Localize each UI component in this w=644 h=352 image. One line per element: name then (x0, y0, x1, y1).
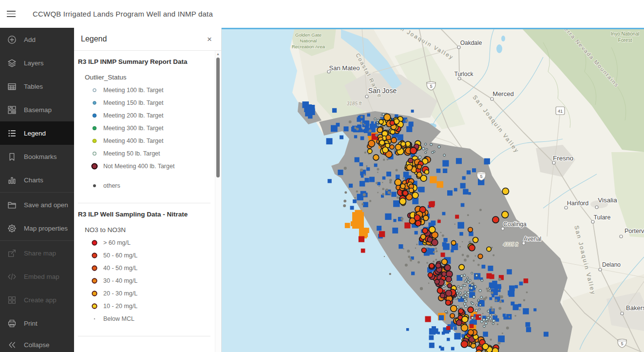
legend-swatch-circle (91, 150, 98, 157)
legend-swatch-circle (91, 182, 98, 190)
legend-item-label: 50 - 60 mg/L (103, 252, 137, 259)
sidebar-item-label: Map properties (24, 225, 68, 232)
legend-section-divider (78, 203, 210, 203)
legend-swatch-circle (91, 124, 98, 132)
city-label: Tulare (594, 214, 611, 221)
legend-item-label: Meeting 300 lb. Target (103, 125, 163, 132)
city-dot (491, 98, 493, 100)
legend-layer-title: R3 ILP INMP Summary Report Data (78, 58, 215, 65)
close-icon[interactable]: × (203, 33, 216, 46)
sidebar-item-bookmarks[interactable]: Bookmarks (0, 145, 74, 168)
legend-item-label: Not Meeting 400 lb. Target (103, 163, 174, 170)
legend-item: Meeting 400 lb. Target (91, 135, 215, 147)
legend-swatch-circle (91, 137, 98, 145)
svg-text:41: 41 (558, 109, 563, 114)
map-canvas[interactable]: 55541 Golden GateNationalRecreation Area… (222, 28, 644, 352)
legend-swatch-circle (91, 252, 98, 259)
legend-swatch-circle (91, 264, 98, 272)
legend-item-label: others (103, 182, 120, 189)
legend-item: Not Meeting 400 lb. Target (91, 160, 215, 173)
legend-item-label: Meeting 50 lb. Target (103, 150, 160, 157)
legend-item: Meeting 50 lb. Target (91, 147, 215, 160)
legend-swatch-circle (91, 290, 98, 297)
sidebar-item-label: Charts (24, 176, 43, 184)
legend-item-label: 30 - 40 mg/L (103, 277, 137, 284)
sidebar-item-label: Print (24, 320, 38, 327)
city-label: San Jose (368, 87, 397, 95)
sidebar-item-label: Tables (24, 83, 43, 90)
sidebar-item-add[interactable]: Add (0, 28, 74, 51)
sidebar-item-tables[interactable]: Tables (0, 75, 74, 98)
legend-panel: Legend × R3 ILP INMP Summary Report Data… (74, 28, 222, 352)
app-title: CCWQB Irrigated Lands Program Well and I… (33, 10, 213, 18)
sidebar-divider (0, 240, 74, 241)
sidebar-item-print[interactable]: Print (0, 312, 74, 335)
legend-section-divider (78, 336, 210, 336)
layers-icon (7, 59, 17, 68)
legend-swatch-circle (91, 86, 98, 94)
tables-icon (7, 82, 17, 91)
legend-item-label: 10 - 20 mg/L (103, 303, 137, 310)
city-dot (621, 312, 624, 315)
sidebar-item-basemap[interactable]: Basemap (0, 98, 74, 121)
sidebar-item-charts[interactable]: Charts (0, 168, 74, 192)
legend-item: 30 - 40 mg/L (91, 274, 215, 287)
legend-swatch-circle (91, 112, 98, 119)
legend-item: 10 - 20 mg/L (91, 300, 215, 313)
app-window: CCWQB Irrigated Lands Program Well and I… (0, 0, 644, 352)
city-label: Turlock (455, 71, 474, 78)
scrollbar-thumb[interactable] (216, 58, 220, 177)
add-icon (7, 35, 17, 44)
legend-item: Meeting 150 lb. Target (91, 97, 215, 109)
legend-item: > 60 mg/L (91, 236, 215, 249)
hamburger-menu-icon[interactable] (0, 0, 22, 28)
legend-swatch-circle (91, 162, 98, 170)
panel-scrollbar[interactable]: ▲ (215, 51, 221, 352)
sidebar-divider (0, 192, 74, 193)
embed-icon (7, 272, 17, 281)
sidebar-item-map-properties[interactable]: Map properties (0, 216, 74, 240)
legend-item: others (91, 179, 215, 192)
legend-swatch-circle (91, 99, 98, 107)
sidebar-item-label: Add (24, 36, 36, 43)
legend-item-label: Meeting 200 lb. Target (103, 112, 163, 119)
legend-panel-header: Legend × (74, 28, 221, 51)
legend-swatch-circle (91, 315, 98, 323)
app-header: CCWQB Irrigated Lands Program Well and I… (0, 0, 644, 28)
scrollbar-up-arrow[interactable]: ▲ (215, 52, 221, 56)
city-label: Merced (492, 90, 513, 98)
sidebar-item-label: Legend (24, 130, 46, 137)
sidebar-item-layers[interactable]: Layers (0, 51, 74, 75)
city-dot (595, 206, 598, 209)
city-label: Oakdale (460, 39, 482, 46)
print-icon (7, 319, 17, 328)
sidebar-item-save-and-open[interactable]: Save and open (0, 193, 74, 216)
sidebar-item-create-app: Create app (0, 288, 74, 312)
city-label: Visalia (598, 196, 617, 204)
sidebar: AddLayersTablesBasemapLegendBookmarksCha… (0, 28, 74, 352)
legend-item: Meeting 200 lb. Target (91, 109, 215, 122)
city-dot (599, 268, 602, 271)
folder-icon (7, 200, 17, 210)
sidebar-item-label: Layers (24, 59, 44, 67)
city-label: Porterville (625, 228, 644, 235)
sidebar-item-collapse[interactable]: Collapse (0, 333, 74, 352)
legend-field-name: NO3 to NO3N (85, 226, 215, 234)
legend-swatch-circle (91, 277, 98, 285)
legend-item-label: Meeting 400 lb. Target (103, 137, 163, 144)
legend-item: 40 - 50 mg/L (91, 262, 215, 274)
legend-item: 50 - 60 mg/L (91, 249, 215, 262)
legend-item-label: 40 - 50 mg/L (103, 265, 137, 272)
sidebar-item-label: Create app (24, 296, 57, 304)
map-area-label: 4335 ft (503, 242, 519, 247)
sidebar-item-label: Basemap (24, 106, 52, 114)
legend-item-label: Meeting 100 lb. Target (103, 87, 163, 94)
sidebar-item-embed-map: Embed map (0, 265, 74, 288)
sidebar-item-legend[interactable]: Legend (0, 121, 74, 145)
charts-icon (7, 176, 17, 185)
sidebar-item-label: Bookmarks (24, 153, 57, 160)
legend-item: 20 - 30 mg/L (91, 287, 215, 300)
legend-icon (7, 129, 17, 138)
legend-item-label: > 60 mg/L (103, 239, 131, 246)
bookmark-icon (7, 152, 17, 161)
